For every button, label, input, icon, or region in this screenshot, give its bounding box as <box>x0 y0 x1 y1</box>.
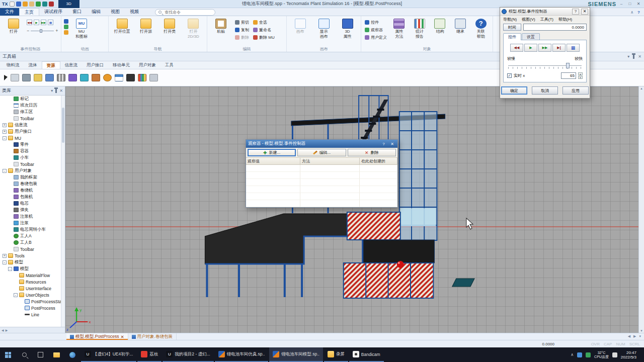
tree-item[interactable]: 标记 <box>0 96 65 102</box>
tree-item[interactable]: 停工区 <box>0 109 65 115</box>
animate-mus-icon[interactable] <box>64 19 68 24</box>
ribbon-tab[interactable]: 视图 <box>106 8 125 16</box>
right-platform[interactable] <box>363 240 434 263</box>
tree-item[interactable]: + 信息流 <box>0 122 65 128</box>
structure-button[interactable]: 结构 <box>431 17 449 46</box>
taskbar-search-button[interactable] <box>16 347 32 362</box>
tree-item[interactable]: 工人A <box>0 233 65 239</box>
tree-expander[interactable]: - <box>8 267 12 271</box>
reset-simulation-icon[interactable] <box>49 2 54 7</box>
apply-button[interactable]: 应用 <box>562 86 589 95</box>
time-value-field[interactable]: 0.0000 <box>523 24 587 31</box>
reset-icon[interactable]: ◀◀ <box>27 20 32 25</box>
tree-item[interactable]: PostProcessStation <box>0 298 65 305</box>
tree-item[interactable]: Toolbar <box>0 115 65 122</box>
help-icon[interactable]: ? <box>637 10 640 15</box>
spin-up-icon[interactable]: ▲ <box>578 72 583 75</box>
time-label[interactable]: 时间 <box>503 24 521 31</box>
close-icon[interactable]: ✕ <box>389 142 395 146</box>
toolbox-icon[interactable] <box>57 74 65 81</box>
tree-item[interactable]: - 模型 <box>0 265 65 272</box>
toolbox-icon[interactable] <box>92 74 100 81</box>
cut-button[interactable]: 剪切 <box>234 19 250 26</box>
start-icon[interactable]: ▶ <box>34 20 39 25</box>
column-header[interactable]: 在此处创建的 <box>360 158 397 164</box>
ribbon-tab[interactable]: 文件 <box>0 8 19 16</box>
statistics-report-button[interactable]: 统计 报告 <box>411 17 429 46</box>
new-button[interactable]: ✚ 新建... <box>248 149 296 156</box>
taskbar-app[interactable]: 锂电池车间仿真.sp.. <box>215 347 269 362</box>
close-icon[interactable]: ✕ <box>59 88 63 93</box>
tree-item[interactable]: - 模型 <box>0 259 65 265</box>
tree-item[interactable]: + 用户接口 <box>0 128 65 135</box>
close-icon[interactable]: ✕ <box>581 9 588 15</box>
toolbox-icon[interactable] <box>34 74 42 81</box>
taskbar-app[interactable]: 我的项目2 - 虚幻... <box>163 347 213 362</box>
ribbon-tab[interactable]: 窗口 <box>67 8 87 16</box>
tree-expander[interactable]: - <box>3 169 7 173</box>
scroll-right-icon[interactable]: ▶ <box>633 334 636 338</box>
tree-item[interactable]: Toolbar <box>0 246 65 252</box>
playback-button[interactable]: ▦ <box>567 44 580 52</box>
tree-horizontal-scrollbar[interactable]: ◀ ▶ <box>0 327 65 333</box>
toolbox-icon[interactable] <box>22 74 31 81</box>
chevron-down-icon[interactable]: ▾ <box>639 334 641 338</box>
red-sphere-mu[interactable] <box>397 261 404 268</box>
tree-item[interactable]: - 用户对象 <box>0 167 65 174</box>
spin-down-icon[interactable]: ▼ <box>578 76 583 79</box>
toolbox-tab[interactable]: 物料流 <box>2 61 24 69</box>
event-controller-titlebar[interactable]: 模型.模型.事件控制器 ? ✕ <box>500 8 590 16</box>
table-row[interactable] <box>246 186 397 193</box>
tree-item[interactable]: 班次日历 <box>0 102 65 109</box>
tree-item[interactable]: 小车 <box>0 154 65 161</box>
delete-mu-button[interactable]: 删除 MU <box>252 34 276 41</box>
realtime-checkbox[interactable]: ✓ <box>507 73 512 78</box>
open-class-button[interactable]: 打开类 <box>159 17 181 46</box>
table-row[interactable] <box>246 165 397 172</box>
hatched-zone-upper[interactable] <box>347 212 400 240</box>
toolbox-tab[interactable]: 流体 <box>24 61 42 69</box>
event-controller-dialog[interactable]: 模型.模型.事件控制器 ? ✕ 导航(N)视图(V)工具(T)帮助(H) 时间 … <box>500 7 590 99</box>
edit-button[interactable]: 编辑... <box>297 149 346 156</box>
animation-mode-icon[interactable] <box>64 30 68 35</box>
toolbox-icon[interactable] <box>115 74 123 81</box>
chevron-down-icon[interactable]: ▾ <box>627 54 629 59</box>
canvas-button[interactable]: 画布 <box>289 17 311 46</box>
tree-expander[interactable]: + <box>3 254 7 258</box>
controls-button[interactable]: 控件 <box>364 19 388 26</box>
toolbox-tab[interactable]: 用户接口 <box>82 61 108 69</box>
delete-button[interactable]: ✕ 删除 <box>348 149 396 156</box>
tree-item[interactable]: 卷绕机 <box>0 187 65 194</box>
tree-item[interactable]: 注浆机 <box>0 213 65 220</box>
toolbox-icon[interactable] <box>4 75 8 80</box>
save-icon[interactable] <box>16 2 21 7</box>
viewport-scrollbar[interactable]: ▲ ▼ <box>638 86 644 333</box>
taskbar-app[interactable]: 荔枝 <box>137 347 162 362</box>
realtime-value-field[interactable]: 65 <box>561 72 576 79</box>
tree-item[interactable]: 卷绕包装 <box>0 180 65 187</box>
3d-properties-button[interactable]: 3D 属性 <box>337 17 358 46</box>
help-icon[interactable]: ? <box>572 9 579 15</box>
viewport-tab[interactable]: 模型.模型.PostProcess ✕ <box>66 333 128 340</box>
minimize-icon[interactable]: – <box>618 1 625 8</box>
taskbar-app[interactable]: 锂电池车间模型.sp.. <box>269 347 323 362</box>
file-explorer-button[interactable] <box>48 347 64 362</box>
tab-controls[interactable]: 控件 <box>503 33 521 40</box>
maximize-icon[interactable]: □ <box>626 1 633 8</box>
toolbox-tab[interactable]: 资源 <box>42 61 60 69</box>
toolbox-icon[interactable] <box>149 74 158 81</box>
clock[interactable]: 20:47 2022/5/3 <box>621 350 636 359</box>
scroll-right-icon[interactable]: ▶ <box>6 328 8 332</box>
tray-icon[interactable] <box>577 352 582 357</box>
show-canvas-button[interactable]: 显示 画布 <box>313 17 335 46</box>
tree-item[interactable]: 我的框架 <box>0 174 65 180</box>
tree-expander[interactable]: + <box>3 130 7 134</box>
playback-button[interactable]: ▶| <box>552 44 566 52</box>
inheritance-button[interactable]: 继承 <box>451 17 470 46</box>
toolbox-tab[interactable]: 用户对象 <box>134 61 160 69</box>
scroll-left-icon[interactable]: ◀ <box>628 334 630 338</box>
collapse-ribbon-icon[interactable]: ∧ <box>630 10 633 15</box>
scroll-up-icon[interactable]: ▲ <box>640 87 643 90</box>
tray-icon[interactable] <box>586 352 591 357</box>
tree-item[interactable]: Line <box>0 311 65 318</box>
